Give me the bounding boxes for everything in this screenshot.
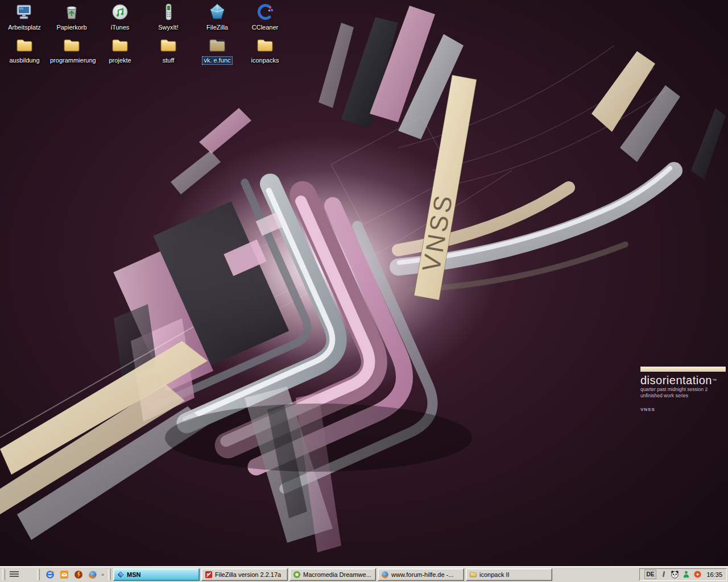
signature-bar xyxy=(640,367,726,372)
desktop-icon-label: programmierung xyxy=(49,57,96,64)
recycle-bin-icon xyxy=(62,2,81,22)
desktop-icon-filezilla[interactable]: FileZilla xyxy=(195,2,240,32)
folder-icon xyxy=(159,35,178,55)
desktop-icon-label: stuff xyxy=(162,57,176,64)
task-button-label: iconpack II xyxy=(479,571,510,578)
pen-input-icon[interactable] xyxy=(659,570,668,579)
desktop-folder-projekte[interactable]: projekte xyxy=(97,35,143,65)
minimized-toolbar[interactable] xyxy=(7,568,35,581)
filezilla-gem-icon xyxy=(208,2,227,22)
quicklaunch-media-player-button[interactable] xyxy=(73,569,84,580)
desktop-icon-label: projekte xyxy=(107,57,132,64)
trademark-symbol: ™ xyxy=(712,378,717,383)
quick-launch: » xyxy=(42,569,106,580)
desktop-icon-label: iTunes xyxy=(110,24,131,31)
taskbar-grip[interactable] xyxy=(108,569,111,580)
my-computer-icon xyxy=(15,2,34,22)
media-player-icon xyxy=(74,570,83,579)
desktop-icon-label: Papierkorb xyxy=(55,24,88,31)
task-button-label: MSN xyxy=(127,571,140,578)
taskbar-grip[interactable] xyxy=(37,569,40,580)
task-button-label: FileZilla version 2.2.17a xyxy=(215,571,281,578)
internet-explorer-icon xyxy=(46,570,55,579)
messenger-status-icon[interactable] xyxy=(682,570,690,579)
desktop-folder-iconpacks[interactable]: iconpacks xyxy=(242,35,288,65)
desktop-icon-label: ausbildung xyxy=(8,57,40,64)
desktop-icon-arbeitsplatz[interactable]: Arbeitsplatz xyxy=(2,2,47,32)
wallpaper-title: disorientation™ xyxy=(640,375,726,386)
firefox-icon xyxy=(381,571,389,579)
task-button-label: www.forum-hilfe.de -... xyxy=(391,571,453,578)
folder-icon xyxy=(208,35,227,55)
task-button-iconpack[interactable]: iconpack II xyxy=(466,568,552,581)
dreamweaver-icon xyxy=(293,571,301,579)
panda-icon[interactable] xyxy=(671,570,679,579)
folder-icon xyxy=(15,35,34,55)
menu-lines-icon xyxy=(10,571,19,577)
desktop-folder-vk-e-func[interactable]: vk. e.func xyxy=(195,35,240,65)
itunes-icon xyxy=(110,2,130,22)
desktop[interactable]: VNSS disorienta xyxy=(0,0,728,566)
msn-messenger-icon xyxy=(117,571,125,579)
taskbar-clock[interactable]: 16:35 xyxy=(705,571,722,578)
desktop-icon-label: iconpacks xyxy=(250,57,280,64)
ccleaner-icon xyxy=(255,2,275,22)
firefox-icon xyxy=(88,570,97,579)
language-indicator[interactable]: DE xyxy=(644,569,657,579)
task-button-msn[interactable]: MSN xyxy=(113,568,200,581)
desktop-folder-programmierung[interactable]: programmierung xyxy=(49,35,94,65)
wallpaper-brand: VNSS xyxy=(640,407,726,412)
task-button-label: Macromedia Dreamwe... xyxy=(303,571,371,578)
folder-icon xyxy=(469,571,477,579)
taskbar: » MSN FileZilla version 2.2.17a Macromed… xyxy=(0,566,728,582)
swyx-phone-icon xyxy=(159,2,178,22)
desktop-icon-ccleaner[interactable]: CCleaner xyxy=(242,2,288,32)
desktop-icon-label: Arbeitsplatz xyxy=(7,24,42,31)
quicklaunch-internet-explorer-button[interactable] xyxy=(44,569,56,580)
filezilla-icon xyxy=(205,571,213,579)
wallpaper-signature: disorientation™ quarter past midnight se… xyxy=(640,367,726,412)
task-buttons: MSN FileZilla version 2.2.17a Macromedia… xyxy=(113,568,552,581)
desktop-folder-ausbildung[interactable]: ausbildung xyxy=(2,35,47,65)
desktop-icon-label: vk. e.func xyxy=(202,57,231,64)
desktop-icon-label: CCleaner xyxy=(251,24,279,31)
alert-icon[interactable] xyxy=(693,570,702,579)
quick-launch-overflow-chevron[interactable]: » xyxy=(101,569,104,580)
task-button-forum-hilfe[interactable]: www.forum-hilfe.de -... xyxy=(378,568,464,581)
quicklaunch-firefox-button[interactable] xyxy=(87,569,98,580)
task-button-filezilla[interactable]: FileZilla version 2.2.17a xyxy=(201,568,288,581)
task-button-dreamweaver[interactable]: Macromedia Dreamwe... xyxy=(289,568,376,581)
desktop-folder-stuff[interactable]: stuff xyxy=(146,35,191,65)
wallpaper-subtitle-1: quarter past midnight session 2 xyxy=(640,386,726,393)
folder-icon xyxy=(62,35,81,55)
desktop-icon-itunes[interactable]: iTunes xyxy=(97,2,143,32)
folder-icon xyxy=(110,35,130,55)
outlook-mail-icon xyxy=(60,570,69,579)
folder-icon xyxy=(255,35,275,55)
desktop-icon-papierkorb[interactable]: Papierkorb xyxy=(49,2,94,32)
desktop-icon-swyxit[interactable]: SwyxIt! xyxy=(146,2,191,32)
system-tray: DE 16:35 xyxy=(639,568,727,581)
taskbar-grip[interactable] xyxy=(2,569,5,580)
wallpaper-art: VNSS xyxy=(0,0,728,566)
desktop-icon-label: FileZilla xyxy=(205,24,229,31)
wallpaper-subtitle-2: unfinished work series xyxy=(640,393,726,399)
desktop-icon-label: SwyxIt! xyxy=(157,24,179,31)
quicklaunch-outlook-button[interactable] xyxy=(59,569,70,580)
